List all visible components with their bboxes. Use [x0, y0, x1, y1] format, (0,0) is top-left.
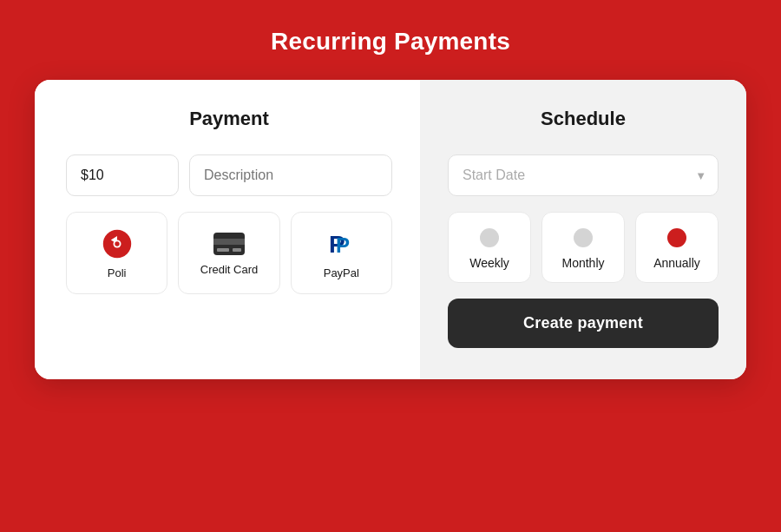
poli-icon — [102, 228, 133, 259]
weekly-dot — [480, 228, 499, 247]
payment-panel: Payment Poli — [35, 80, 420, 379]
schedule-panel-title: Schedule — [541, 108, 626, 130]
paypal-icon: P P — [325, 228, 357, 259]
monthly-label: Monthly — [561, 256, 604, 270]
main-card: Payment Poli — [35, 80, 746, 379]
svg-text:P: P — [336, 233, 350, 257]
payment-panel-title: Payment — [189, 108, 269, 130]
description-input[interactable] — [189, 154, 392, 196]
payment-input-row — [66, 154, 392, 196]
header: Recurring Payments — [0, 0, 781, 80]
payment-method-row: Poli Credit Card P P PayPal — [66, 212, 392, 294]
annually-label: Annually — [653, 256, 700, 270]
schedule-panel: Schedule Start Date ▼ Weekly Monthly Ann… — [420, 80, 746, 379]
start-date-select[interactable]: Start Date — [448, 154, 719, 196]
start-date-wrapper: Start Date ▼ — [448, 154, 719, 196]
credit-card-icon — [213, 232, 246, 256]
svg-rect-6 — [233, 248, 241, 252]
schedule-annually[interactable]: Annually — [635, 212, 719, 283]
paypal-label: PayPal — [324, 266, 359, 281]
schedule-monthly[interactable]: Monthly — [541, 212, 625, 283]
poli-label: Poli — [108, 266, 127, 281]
annually-dot — [667, 228, 686, 247]
page-title: Recurring Payments — [271, 28, 510, 56]
method-credit-card[interactable]: Credit Card — [178, 212, 279, 294]
svg-rect-5 — [217, 248, 229, 252]
schedule-options-row: Weekly Monthly Annually — [448, 212, 719, 283]
method-paypal[interactable]: P P PayPal — [291, 212, 392, 294]
start-date-placeholder: Start Date — [463, 167, 525, 183]
amount-input[interactable] — [66, 154, 179, 196]
schedule-weekly[interactable]: Weekly — [448, 212, 531, 283]
credit-card-label: Credit Card — [200, 263, 258, 278]
weekly-label: Weekly — [469, 256, 509, 270]
create-payment-button[interactable]: Create payment — [448, 299, 719, 348]
svg-point-2 — [115, 241, 119, 246]
svg-rect-4 — [213, 239, 245, 245]
monthly-dot — [574, 228, 593, 247]
method-poli[interactable]: Poli — [66, 212, 167, 294]
